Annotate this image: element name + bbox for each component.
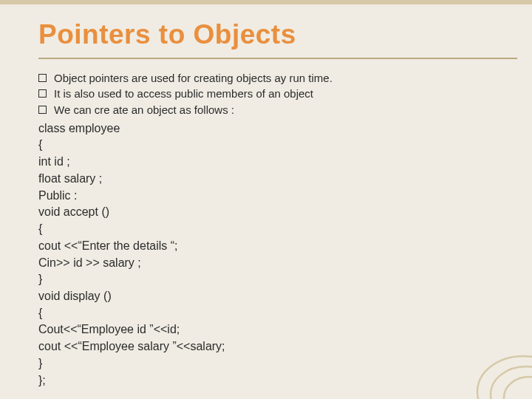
title-underline [38, 58, 517, 59]
bullet-item: It is also used to access public members… [38, 86, 514, 101]
bullet-text: It is also used to access public members… [54, 86, 313, 101]
bullet-text: We can cre ate an object as follows : [54, 103, 234, 117]
bullet-item: We can cre ate an object as follows : [38, 103, 514, 117]
top-accent-bar [0, 0, 532, 4]
slide: Pointers to Objects Object pointers are … [0, 0, 532, 399]
bullet-marker-icon [38, 74, 47, 82]
content-area: Object pointers are used for creating ob… [38, 71, 514, 389]
bullet-marker-icon [38, 106, 47, 114]
code-block: class employee { int id ; float salary ;… [38, 120, 514, 389]
slide-title: Pointers to Objects [38, 19, 296, 50]
bullet-marker-icon [38, 89, 47, 98]
bullet-item: Object pointers are used for creating ob… [38, 71, 514, 86]
bullet-text: Object pointers are used for creating ob… [54, 71, 332, 86]
bullet-list: Object pointers are used for creating ob… [38, 71, 514, 117]
